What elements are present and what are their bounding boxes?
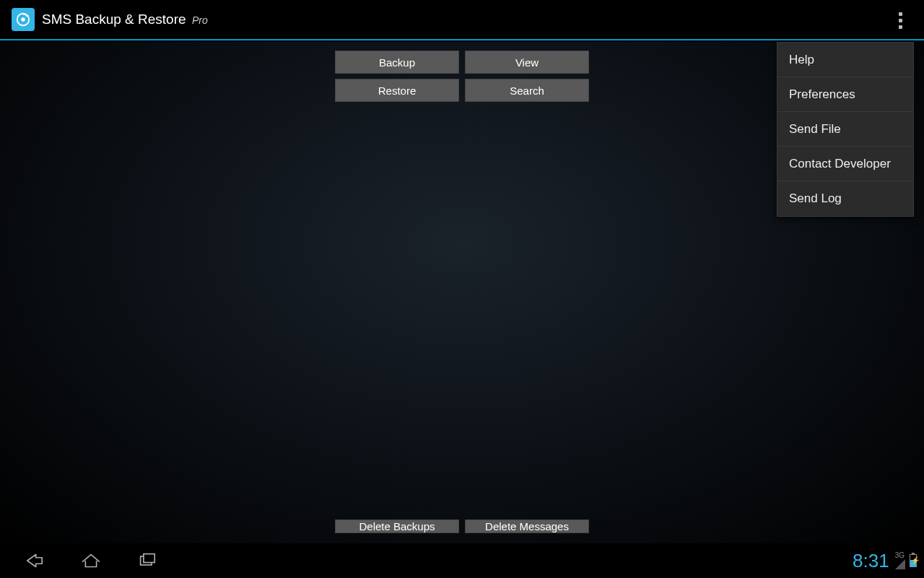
app-title-suffix: Pro: [192, 14, 208, 26]
menu-item-label: Help: [789, 53, 814, 67]
overflow-menu: Help Preferences Send File Contact Devel…: [777, 42, 914, 217]
backup-button-label: Backup: [379, 56, 415, 69]
action-bar: SMS Backup & Restore Pro: [0, 0, 924, 40]
search-button-label: Search: [510, 85, 544, 97]
recents-icon: [135, 548, 160, 573]
view-button[interactable]: View: [465, 51, 589, 74]
back-button[interactable]: [20, 546, 49, 575]
status-icons: 3G ⚡: [895, 552, 917, 569]
svg-point-2: [21, 17, 25, 22]
app-title-main: SMS Backup & Restore: [42, 12, 186, 27]
menu-item-label: Send File: [789, 122, 841, 137]
overflow-icon: [898, 12, 902, 29]
menu-item-label: Preferences: [789, 87, 855, 102]
menu-item-label: Send Log: [789, 191, 842, 206]
restore-button[interactable]: Restore: [335, 79, 459, 102]
restore-button-label: Restore: [378, 85, 417, 97]
view-button-label: View: [515, 56, 539, 69]
app-icon: [12, 8, 35, 31]
status-area[interactable]: 8:31 3G ⚡: [853, 543, 917, 578]
menu-item-label: Contact Developer: [789, 157, 891, 171]
overflow-menu-button[interactable]: [884, 0, 917, 40]
svg-rect-4: [144, 554, 154, 563]
search-button[interactable]: Search: [465, 79, 589, 102]
home-button[interactable]: [77, 546, 105, 575]
delete-backups-button-label: Delete Backups: [359, 520, 435, 532]
system-nav-bar: 8:31 3G ⚡: [0, 543, 924, 578]
battery-icon: ⚡: [910, 554, 917, 567]
menu-item-send-file[interactable]: Send File: [777, 112, 913, 147]
nav-buttons: [20, 546, 162, 575]
network-label: 3G: [895, 552, 905, 559]
home-icon: [79, 548, 103, 573]
delete-messages-button-label: Delete Messages: [485, 520, 569, 532]
bottom-button-grid: Delete Backups Delete Messages: [335, 519, 589, 533]
recents-button[interactable]: [133, 546, 162, 575]
menu-item-send-log[interactable]: Send Log: [777, 181, 913, 216]
menu-item-help[interactable]: Help: [777, 43, 913, 77]
signal-icon: [895, 559, 905, 569]
backup-button[interactable]: Backup: [335, 51, 459, 74]
status-clock: 8:31: [853, 550, 889, 572]
menu-item-preferences[interactable]: Preferences: [777, 77, 913, 112]
menu-item-contact-developer[interactable]: Contact Developer: [777, 147, 913, 181]
delete-backups-button[interactable]: Delete Backups: [335, 519, 459, 533]
back-icon: [22, 548, 47, 573]
delete-messages-button[interactable]: Delete Messages: [465, 519, 589, 533]
main-button-grid: Backup View Restore Search: [335, 51, 589, 102]
app-title: SMS Backup & Restore Pro: [42, 12, 208, 27]
